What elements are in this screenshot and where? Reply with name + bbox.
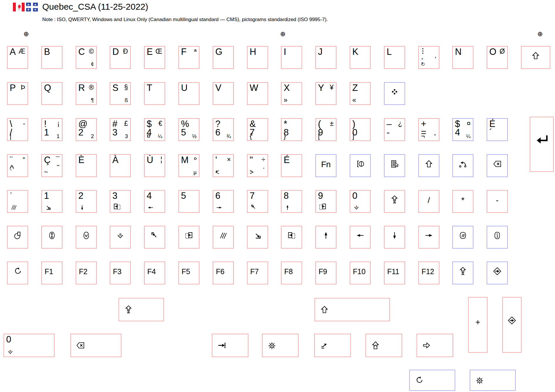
updown-oval-icon (48, 231, 56, 240)
key-cedilla: Ç¯˜~ (41, 154, 62, 177)
key-f: Fª (178, 46, 199, 69)
caps-lock-icon (124, 305, 133, 314)
key-s: S§ß (110, 82, 131, 105)
key-num-6: 6 (213, 190, 234, 213)
undo-circles-icon (458, 159, 467, 168)
key-6-label-ml: 6 (215, 128, 220, 137)
key-4: $€4¤¼ (144, 118, 165, 141)
key-split-circle (350, 154, 371, 177)
key-f7-label-fk: F7 (250, 268, 259, 275)
key-2-label-ml: 2 (78, 128, 83, 137)
arrow-over-bar-icon (320, 341, 329, 350)
key-page-back (178, 226, 199, 249)
key-x-label-tl: X (284, 83, 290, 92)
canada-flag-icon (13, 3, 25, 11)
key-num-3: 3 (110, 190, 131, 213)
key-num-5: 5 (178, 190, 199, 213)
key-n: N (452, 46, 473, 69)
key-f8: F8 (281, 262, 302, 284)
key-f9-label-fk: F9 (319, 268, 327, 275)
key-right (418, 226, 439, 249)
key-num-7: 7 (247, 190, 268, 213)
key-equals-label-bl: ¬ (421, 133, 425, 140)
info-icon (493, 231, 502, 240)
key-lowercase: a (110, 226, 131, 249)
key-3: #£33 (110, 118, 131, 141)
end-icon (45, 204, 52, 211)
key-6-label-br: ¾ (226, 134, 231, 139)
key-plus-tall-label-c: + (476, 318, 480, 326)
key-comma: '×,< (213, 154, 234, 177)
right-arrow-outline-icon (422, 341, 431, 350)
key-x: X» (281, 82, 302, 105)
key-agrave-label-tl: À (112, 155, 119, 164)
quebec-flag-icon (26, 3, 38, 11)
key-pulldown (76, 226, 97, 249)
key-s-label-tl: S (112, 83, 119, 92)
key-period-label-tr: ÷ (261, 156, 265, 163)
key-q: Q (41, 82, 62, 105)
key-alt-slashes (213, 226, 234, 249)
key-f1: F1 (41, 262, 62, 284)
key-i: I (281, 46, 302, 69)
slashes-icon (219, 231, 228, 240)
page-back-icon (185, 231, 193, 240)
key-1: !¡11 (41, 118, 62, 141)
key-8: *8} (281, 118, 302, 141)
key-num-8: 8 (281, 190, 302, 213)
caps-lock-icon (390, 195, 399, 204)
key-numpad-multiply: * (452, 190, 473, 213)
key-9-label-tr: ± (330, 120, 334, 127)
shift-icon (531, 51, 540, 60)
key-eacute: É (281, 154, 302, 177)
key-cedilla-label-bl: ~ (44, 169, 48, 176)
key-1-label-tr: ¡ (57, 120, 60, 127)
key-num-0-label-tl: 0 (352, 191, 357, 200)
key-meta (384, 82, 405, 105)
key-comma-label-bl: < (215, 169, 219, 176)
key-helm (262, 334, 299, 357)
right-icon (424, 231, 433, 240)
key-w: W (247, 82, 268, 105)
end-icon (253, 231, 262, 240)
key-f3-label-fk: F3 (113, 268, 121, 275)
key-backslash-label-bl: | (10, 133, 11, 140)
home-icon (150, 231, 159, 240)
key-r-label-tr: ® (89, 84, 94, 91)
key-c-label-tr: © (89, 48, 94, 55)
key-numpad-divide-label-c: / (428, 196, 430, 204)
key-p-label-tr: Þ (21, 84, 25, 91)
key-f5: F5 (178, 262, 199, 284)
key-r: R®¶ (76, 82, 97, 105)
key-5-label-ml: 5 (181, 128, 186, 137)
page-back-icon (319, 203, 327, 211)
key-page-forward (281, 226, 302, 249)
key-num-8-label-tl: 8 (284, 191, 289, 200)
shift-icon (424, 159, 433, 168)
key-e-label-tr: Œ (155, 48, 162, 55)
key-u: U (178, 82, 199, 105)
key-undo-bottom (409, 370, 455, 391)
key-y: Y¥ (315, 82, 336, 105)
right-icon (216, 204, 222, 211)
key-fn-label-c: Fn (321, 160, 331, 169)
key-period-label-bl: > (250, 169, 253, 176)
key-period-label-mr: · (263, 164, 265, 171)
up-icon (284, 204, 291, 211)
key-9: (±9[ (315, 118, 336, 141)
key-equals: +=¬¸ (418, 118, 439, 141)
key-f10: F10 (350, 262, 371, 284)
key-dollar-alt-label-ml: 4 (455, 128, 460, 137)
key-semicolon-label-mr: ’ (435, 56, 436, 63)
key-w-label-tl: W (250, 83, 258, 92)
key-z-label-bl: « (352, 97, 356, 103)
caps-lock-icon (458, 267, 467, 276)
key-f12-label-fk: F12 (422, 268, 434, 275)
helm-icon (268, 341, 276, 350)
key-numpad-minus: - (487, 190, 508, 213)
key-f2-label-fk: F2 (79, 268, 87, 275)
key-m-label-tl: M (181, 155, 189, 164)
key-f4-label-fk: F4 (147, 268, 156, 275)
key-eacute-label-tl: É (284, 155, 290, 164)
key-diamond-tall (502, 297, 522, 353)
